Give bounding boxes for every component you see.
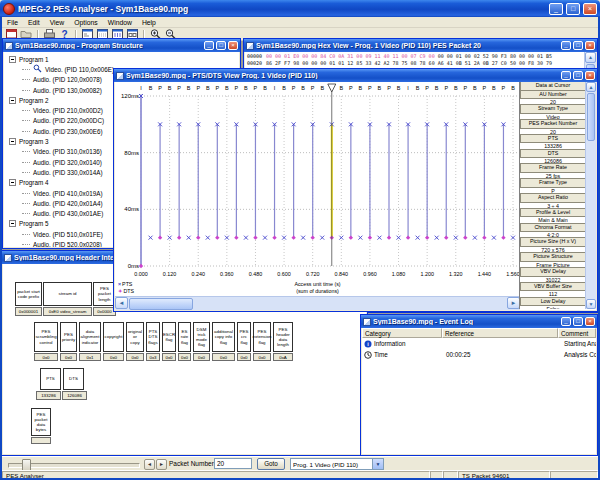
scrollbar-thumb[interactable]: [587, 93, 595, 141]
menu-item-window[interactable]: Window: [103, 19, 137, 26]
svg-text:B: B: [206, 85, 210, 91]
pes-packet-data-bytes-value: [31, 437, 51, 444]
cursor-data-label: PES Packet Number: [520, 119, 586, 129]
scroll-left-icon[interactable]: ◄: [115, 297, 128, 309]
stream-select-value: Prog. 1 Video (PID 110): [293, 460, 371, 469]
minimize-button[interactable]: _: [204, 41, 214, 50]
menu-item-options[interactable]: Options: [69, 19, 102, 26]
svg-text:I: I: [407, 85, 409, 91]
window-border-left: [0, 17, 2, 480]
svg-text:P: P: [387, 85, 391, 91]
close-button[interactable]: ×: [585, 41, 595, 50]
hex-view-titlebar[interactable]: Sym1Base90.mpg Hex View - Prog. 1 Video …: [244, 39, 597, 52]
chart-horizontal-scrollbar[interactable]: ◄ ►: [115, 296, 520, 310]
event-log-titlebar[interactable]: Sym1Base90.mpg - Event Log _ □ ×: [361, 315, 597, 328]
minimize-button[interactable]: _: [561, 71, 571, 80]
data-at-cursor-panel: Data at CursorAU Number20Stream TypeVide…: [519, 82, 596, 309]
svg-text:B: B: [378, 85, 382, 91]
tree-program-label: Program 5: [19, 220, 48, 227]
program-structure-titlebar[interactable]: Sym1Base90.mpg - Program Structure _ □ ×: [3, 39, 240, 52]
chevron-down-icon[interactable]: ▼: [372, 459, 383, 469]
column-header-comment[interactable]: Comment: [558, 328, 596, 338]
pes-flag-field: data alignment indicator: [79, 322, 101, 352]
svg-text:1.560: 1.560: [506, 271, 520, 277]
collapse-icon[interactable]: [9, 97, 16, 104]
event-log-rows: iInformationStarting AnalysisTime00:00:2…: [362, 338, 596, 360]
collapse-icon[interactable]: [9, 179, 16, 186]
svg-text:P: P: [215, 85, 219, 91]
menu-item-view[interactable]: View: [45, 19, 70, 26]
svg-text:P: P: [292, 85, 296, 91]
packet-next-button[interactable]: ►: [156, 459, 167, 470]
svg-text:0.720: 0.720: [306, 271, 320, 277]
ptsdts-title: Sym1Base90.mpg - PTS/DTS View Prog. 1 Vi…: [126, 72, 559, 79]
tree-stream-label: Audio. (PID 220,0x00DC): [33, 117, 104, 124]
svg-text:P: P: [425, 85, 429, 91]
timestamp-value: 133286: [36, 391, 61, 400]
maximize-button[interactable]: □: [573, 317, 583, 326]
event-log-row[interactable]: Time00:00:25Analysis Complete Interval: [362, 349, 596, 360]
tree-connector: [22, 213, 30, 214]
event-log-row[interactable]: iInformationStarting Analysis: [362, 338, 596, 349]
collapse-icon[interactable]: [9, 220, 16, 227]
column-header-category[interactable]: Category: [362, 328, 442, 338]
tree-connector: [22, 172, 30, 173]
minimize-button[interactable]: _: [561, 41, 571, 50]
hex-offset: 00020: [247, 60, 262, 66]
maximize-button[interactable]: □: [566, 3, 580, 15]
ptsdts-titlebar[interactable]: Sym1Base90.mpg - PTS/DTS View Prog. 1 Vi…: [114, 69, 597, 82]
pes-flag-field: PES priority: [60, 322, 77, 352]
collapse-icon[interactable]: [9, 138, 16, 145]
maximize-button[interactable]: □: [573, 71, 583, 80]
scroll-up-icon[interactable]: ▲: [586, 82, 596, 92]
tree-stream-label: Audio. (PID 520,0x0208): [33, 241, 102, 247]
collapse-icon[interactable]: [9, 56, 16, 63]
tree-program-1[interactable]: Program 1: [6, 54, 239, 64]
cursor-data-label: Profile & Level: [520, 208, 586, 218]
panel-vertical-scrollbar[interactable]: ▲ ▼: [585, 82, 596, 309]
svg-text:0.360: 0.360: [220, 271, 234, 277]
main-titlebar[interactable]: MPEG-2 PES Analyser - Sym1Base90.mpg _ □…: [0, 0, 600, 17]
tree-stream-label: Video. (PID 410,0x019A): [33, 190, 103, 197]
maximize-button[interactable]: □: [573, 41, 583, 50]
scroll-down-icon[interactable]: ▼: [586, 299, 596, 309]
menu-bar: FileEditViewOptionsWindowHelp: [2, 17, 598, 28]
minimize-button[interactable]: _: [561, 317, 571, 326]
menu-item-help[interactable]: Help: [137, 19, 161, 26]
packet-prev-button[interactable]: ◄: [144, 459, 155, 470]
goto-button[interactable]: Goto: [257, 458, 285, 470]
tree-stream-label: Audio. (PID 320,0x0140): [33, 159, 102, 166]
hex-offset: 00000: [247, 53, 262, 59]
cursor-data-label: Stream Type: [520, 104, 586, 114]
event-comment-cell: Starting Analysis: [562, 340, 596, 347]
column-header-reference[interactable]: Reference: [442, 328, 558, 338]
legend-dts-label: DTS: [123, 288, 134, 294]
svg-text:B: B: [473, 85, 477, 91]
close-button[interactable]: ×: [583, 3, 597, 15]
ptsdts-chart[interactable]: 0ms40ms80ms120ms0.0000.1200.2400.3600.48…: [115, 82, 520, 282]
cursor-data-label: Chroma Format: [520, 223, 586, 233]
minimize-button[interactable]: _: [549, 3, 563, 15]
event-log-header: CategoryReferenceComment: [362, 328, 596, 338]
scrollbar-thumb[interactable]: [129, 298, 193, 310]
close-button[interactable]: ×: [585, 71, 595, 80]
svg-text:P: P: [177, 85, 181, 91]
pes-flag-value: 0x0: [237, 353, 251, 361]
scroll-up-icon[interactable]: ▲: [585, 52, 596, 63]
pes-flag-value: 0x0: [193, 353, 210, 361]
pes-header-field-value: 0xE0 video_stream: [43, 307, 92, 316]
close-button[interactable]: ×: [228, 41, 238, 50]
menu-item-file[interactable]: File: [2, 19, 23, 26]
packet-number-input[interactable]: [214, 458, 252, 469]
timestamp-field: DTS: [63, 368, 84, 390]
event-category: Information: [374, 340, 406, 347]
close-button[interactable]: ×: [585, 317, 595, 326]
pes-flag-field: ES rate flag: [178, 322, 191, 352]
svg-text:P: P: [349, 85, 353, 91]
menu-item-edit[interactable]: Edit: [23, 19, 45, 26]
maximize-button[interactable]: □: [216, 41, 226, 50]
pes-header-field: stream id: [43, 282, 92, 306]
stream-select[interactable]: Prog. 1 Video (PID 110) ▼: [290, 458, 384, 470]
tree-connector: [22, 120, 30, 121]
cursor-data-label: Frame Rate: [520, 163, 586, 173]
